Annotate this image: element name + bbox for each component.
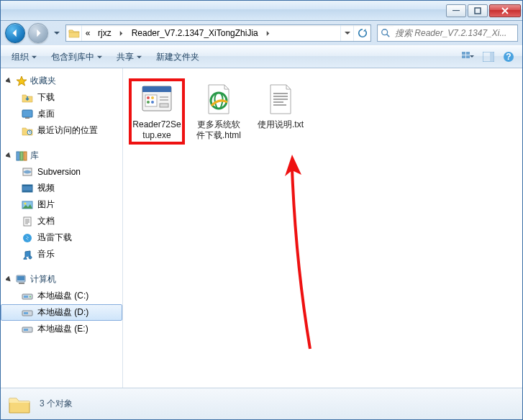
svg-rect-42: [160, 99, 168, 101]
nav-history-dropdown[interactable]: [51, 26, 63, 40]
svg-rect-7: [490, 52, 494, 61]
sidebar-item-label: 本地磁盘 (C:): [37, 290, 88, 302]
breadcrumb-sep2-icon[interactable]: [263, 25, 274, 41]
svg-rect-11: [25, 117, 29, 119]
svg-rect-10: [22, 110, 32, 117]
svg-rect-18: [22, 185, 32, 186]
svg-rect-28: [24, 296, 28, 298]
html-icon: [201, 82, 236, 117]
svg-point-40: [151, 101, 154, 104]
file-pane[interactable]: Reader72Setup.exe 更多系统软件下载.html: [123, 68, 522, 388]
folder-icon: [66, 25, 82, 41]
svg-rect-25: [17, 276, 24, 280]
subversion-icon: [22, 166, 33, 178]
svg-point-21: [24, 202, 27, 204]
sidebar-item-downloads[interactable]: 下载: [1, 89, 122, 106]
svg-point-39: [147, 101, 150, 104]
address-bar[interactable]: « rjxz Reader_V7.2.1347_XiTongZhiJia: [65, 24, 371, 42]
svg-text:?: ?: [506, 52, 511, 62]
sidebar-item-label: 本地磁盘 (D:): [37, 306, 88, 319]
organize-button[interactable]: 组织: [5, 48, 43, 65]
drive-icon: [22, 291, 33, 302]
search-input[interactable]: [394, 26, 517, 40]
breadcrumb-part1[interactable]: rjxz: [94, 25, 116, 41]
minimize-button[interactable]: —: [446, 4, 466, 17]
file-item[interactable]: 使用说明.txt: [253, 78, 309, 134]
sidebar-item-label: 视频: [37, 182, 55, 194]
titlebar: —: [1, 1, 522, 21]
sidebar-item-documents[interactable]: 文档: [1, 213, 122, 229]
svg-point-29: [29, 296, 31, 297]
favorites-label: 收藏夹: [30, 75, 56, 87]
search-box[interactable]: [377, 24, 518, 42]
documents-icon: [22, 216, 33, 227]
sidebar-item-recent[interactable]: 最近访问的位置: [1, 122, 122, 139]
include-in-library-button[interactable]: 包含到库中: [45, 48, 109, 65]
svg-rect-33: [24, 329, 28, 331]
svg-point-1: [382, 29, 388, 35]
overflow-chevron: «: [86, 28, 91, 38]
svg-point-23: [23, 234, 32, 242]
svg-point-38: [151, 96, 154, 99]
sidebar-item-drive-e[interactable]: 本地磁盘 (E:): [1, 321, 122, 337]
sidebar-item-label: 迅雷下载: [37, 232, 72, 244]
svg-rect-19: [22, 191, 32, 192]
installer-icon: [140, 82, 174, 117]
back-button[interactable]: [5, 23, 25, 43]
sidebar-item-drive-d[interactable]: 本地磁盘 (D:): [1, 304, 122, 321]
txt-icon: [263, 82, 298, 117]
svg-rect-4: [462, 55, 465, 58]
drive-icon: [22, 324, 33, 335]
computer-label: 计算机: [30, 273, 56, 286]
breadcrumb-part2[interactable]: Reader_V7.2.1347_XiTongZhiJia: [127, 25, 263, 41]
status-count: 3 个对象: [40, 398, 73, 410]
view-options-button[interactable]: [459, 48, 478, 65]
breadcrumb-sep-icon[interactable]: [116, 25, 127, 41]
annotation-arrow: [267, 147, 339, 363]
svg-rect-22: [24, 217, 31, 226]
sidebar-item-label: Subversion: [37, 167, 81, 177]
svg-rect-43: [160, 104, 168, 107]
explorer-window: — « rjxz Reader_V7.2.1347_XiTongZhiJia: [0, 0, 523, 420]
help-button[interactable]: ?: [499, 48, 518, 65]
svg-rect-36: [145, 95, 157, 106]
computer-group[interactable]: 计算机: [1, 271, 122, 288]
svg-rect-13: [17, 152, 19, 160]
file-label: Reader72Setup.exe: [132, 119, 181, 141]
sidebar-item-label: 最近访问的位置: [37, 124, 98, 137]
svg-point-37: [147, 96, 150, 99]
navigation-row: « rjxz Reader_V7.2.1347_XiTongZhiJia: [1, 21, 522, 45]
music-icon: [22, 249, 33, 260]
sidebar-item-music[interactable]: 音乐: [1, 246, 122, 262]
refresh-button[interactable]: [353, 25, 370, 41]
sidebar-item-videos[interactable]: 视频: [1, 180, 122, 196]
videos-icon: [22, 183, 33, 194]
address-dropdown[interactable]: [340, 25, 353, 41]
search-icon: [378, 28, 394, 38]
sidebar-item-subversion[interactable]: Subversion: [1, 164, 122, 180]
close-button[interactable]: [489, 4, 521, 17]
new-folder-button[interactable]: 新建文件夹: [150, 48, 206, 65]
sidebar-item-label: 文档: [37, 215, 55, 227]
sidebar-item-drive-c[interactable]: 本地磁盘 (C:): [1, 288, 122, 304]
file-item[interactable]: 更多系统软件下载.html: [191, 78, 247, 145]
file-item[interactable]: Reader72Setup.exe: [129, 78, 185, 145]
preview-pane-button[interactable]: [479, 48, 498, 65]
forward-button[interactable]: [28, 23, 48, 43]
status-bar: 3 个对象: [1, 388, 522, 419]
sidebar-item-label: 下载: [37, 91, 55, 104]
libraries-group[interactable]: 库: [1, 147, 122, 164]
svg-rect-35: [142, 86, 171, 92]
sidebar-item-xunlei[interactable]: 迅雷下载: [1, 229, 122, 246]
sidebar-item-desktop[interactable]: 桌面: [1, 106, 122, 122]
svg-rect-2: [462, 52, 465, 55]
file-label: 更多系统软件下载.html: [194, 119, 243, 141]
share-button[interactable]: 共享: [110, 48, 148, 65]
svg-rect-3: [466, 52, 470, 55]
recent-icon: [22, 125, 33, 137]
breadcrumb-overflow[interactable]: «: [82, 25, 94, 41]
sidebar-item-pictures[interactable]: 图片: [1, 196, 122, 213]
favorites-group[interactable]: 收藏夹: [1, 73, 122, 89]
maximize-button[interactable]: [468, 4, 488, 17]
drive-icon: [22, 307, 33, 319]
